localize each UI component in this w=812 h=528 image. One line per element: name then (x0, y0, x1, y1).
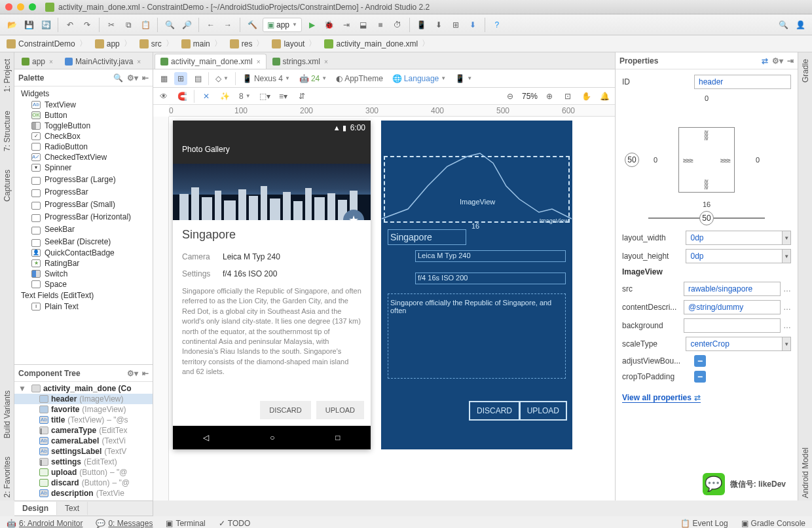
tw-terminal[interactable]: ▣ Terminal (166, 519, 205, 528)
palette-item-progressbar-large[interactable]: ProgressBar (Large) (14, 173, 153, 185)
more-icon[interactable]: … (783, 303, 791, 312)
zoom-out-icon[interactable]: ⊖ (504, 90, 517, 103)
palette-group-widgets[interactable]: Widgets (14, 88, 153, 100)
undo-icon[interactable]: ↶ (64, 18, 77, 31)
palette-hide-icon[interactable]: ⇤ (142, 73, 149, 83)
sync-icon[interactable]: 🔄 (39, 18, 52, 31)
tab-activity-main-done[interactable]: activity_main_done.xml× (155, 54, 267, 69)
rail-build-variants[interactable]: Build Variants (3, 388, 12, 441)
replace-icon[interactable]: 🔎 (180, 18, 193, 31)
cd-bias-h[interactable]: 50 (625, 153, 639, 167)
close-icon[interactable]: × (49, 58, 53, 66)
palette-item-progressbar[interactable]: ProgressBar (14, 185, 153, 198)
search-icon[interactable]: 🔍 (777, 18, 790, 31)
copy-icon[interactable]: ⧉ (122, 18, 135, 31)
tree-row-cameralabel[interactable]: AbcameraLabel (TextVi (14, 436, 153, 446)
tab-text[interactable]: Text (57, 502, 88, 515)
palette-item-togglebutton[interactable]: ToggleButton (14, 121, 153, 131)
tree-row-cameratype[interactable]: IcameraType (EditTex (14, 425, 153, 436)
align-icon[interactable]: ≡▾ (277, 90, 290, 103)
rail-android-model[interactable]: Android Model (801, 445, 810, 500)
magnet-icon[interactable]: 🧲 (175, 90, 189, 103)
rail-structure[interactable]: 7: Structure (3, 108, 12, 154)
close-icon[interactable]: × (137, 58, 141, 66)
clear-constraints-icon[interactable]: ✕ (200, 90, 213, 103)
palette-item-spinner[interactable]: ▾Spinner (14, 162, 153, 173)
back-icon[interactable]: ← (204, 18, 217, 31)
tw-messages[interactable]: 💬 0: Messages (96, 519, 153, 528)
crumb-project[interactable]: ConstraintDemo (4, 37, 92, 51)
prop-st-input[interactable] (686, 337, 783, 351)
prop-src-input[interactable] (684, 282, 781, 296)
palette-item-button[interactable]: OKButton (14, 110, 153, 121)
theme-selector[interactable]: ◐AppTheme (333, 72, 386, 85)
prop-bg-input[interactable] (684, 318, 781, 333)
paste-icon[interactable]: 📋 (139, 18, 152, 31)
make-icon[interactable]: 🔨 (246, 18, 259, 31)
prop-cd-input[interactable] (684, 300, 781, 314)
prop-lh-input[interactable] (686, 249, 783, 263)
tree-row-title[interactable]: Abtitle (TextView) – "@s (14, 415, 153, 425)
palette-item-radiobutton[interactable]: RadioButton (14, 141, 153, 152)
palette-item-space[interactable]: Space (14, 279, 153, 290)
apply-changes-icon[interactable]: ⇥ (340, 18, 353, 31)
default-margin[interactable]: 8▼ (236, 90, 253, 103)
tree-settings-icon[interactable]: ⚙▾ (127, 369, 138, 378)
crumb-file[interactable]: activity_main_done.xml (322, 37, 435, 51)
tree-root[interactable]: ▼activity_main_done (Co (14, 383, 153, 394)
orientation-icon[interactable]: ◇▼ (213, 72, 231, 85)
infer-constraints-icon[interactable]: ✨ (218, 90, 231, 103)
profile-icon[interactable]: ⏱ (391, 18, 404, 31)
guideline-icon[interactable]: ⇵ (295, 90, 308, 103)
palette-item-checkbox[interactable]: ✓CheckBox (14, 131, 153, 141)
rail-favorites[interactable]: 2: Favorites (3, 454, 12, 500)
close-window-icon[interactable] (5, 3, 12, 10)
palette-item-seekbar[interactable]: SeekBar (14, 223, 153, 235)
palette-item-switch[interactable]: Switch (14, 269, 153, 279)
palette-group-textfields[interactable]: Text Fields (EditText) (14, 290, 153, 301)
tree-row-settingslabel[interactable]: AbsettingsLabel (TextV (14, 446, 153, 457)
bp-upload[interactable]: UPLOAD (519, 401, 567, 421)
prop-avb-toggle[interactable]: − (694, 355, 706, 367)
stop-icon[interactable]: ■ (374, 18, 387, 31)
more-icon[interactable]: … (783, 284, 791, 293)
warnings-icon[interactable]: 🔔 (598, 90, 611, 103)
open-icon[interactable]: 📂 (5, 18, 18, 31)
user-icon[interactable]: 👤 (794, 18, 807, 31)
palette-item-progressbar-horizontal[interactable]: ProgressBar (Horizontal) (14, 210, 153, 223)
tree-row-favorite[interactable]: favorite (ImageView) (14, 404, 153, 415)
palette-item-quickcontactbadge[interactable]: 👤QuickContactBadge (14, 248, 153, 258)
crumb-main[interactable]: main (179, 37, 227, 51)
design-canvas[interactable]: 0 100 200 300 400 500 600 ▲ ▮ 6:00 Photo… (153, 105, 615, 500)
crumb-app[interactable]: app (92, 37, 137, 51)
cd-bias-b[interactable]: 50 (699, 211, 714, 225)
palette-search-icon[interactable]: 🔍 (113, 73, 123, 83)
tw-android-monitor[interactable]: 🤖 6: Android Monitor (7, 519, 83, 528)
crumb-src[interactable]: src (137, 37, 179, 51)
run-icon[interactable]: ▶ (306, 18, 319, 31)
variant-selector[interactable]: 📱▼ (452, 72, 475, 85)
palette-item-progressbar-small[interactable]: ProgressBar (Small) (14, 198, 153, 210)
layout-inspector-icon[interactable]: ⊞ (449, 18, 462, 31)
rail-project[interactable]: 1: Project (3, 56, 12, 95)
close-icon[interactable]: × (324, 58, 328, 66)
forward-icon[interactable]: → (221, 18, 234, 31)
find-icon[interactable]: 🔍 (163, 18, 176, 31)
pack-icon[interactable]: ⬚▾ (259, 90, 272, 103)
tree-row-settings[interactable]: Isettings (EditText) (14, 457, 153, 467)
dropdown-icon[interactable]: ▼ (783, 249, 791, 263)
sdk-icon[interactable]: ⬇ (432, 18, 445, 31)
zoom-in-icon[interactable]: ⊕ (543, 90, 556, 103)
prop-lw-input[interactable] (686, 231, 783, 245)
blueprint-icon[interactable]: ▤ (191, 72, 204, 85)
design-surface-icon[interactable]: ⊞ (174, 72, 187, 85)
bp-discard[interactable]: DISCARD (469, 401, 520, 421)
attach-debugger-icon[interactable]: ⬓ (357, 18, 370, 31)
crumb-layout[interactable]: layout (269, 37, 322, 51)
palette-settings-icon[interactable]: ⚙▾ (127, 73, 138, 83)
prop-id-input[interactable] (694, 75, 791, 89)
tab-app[interactable]: app× (16, 54, 59, 69)
tab-mainactivity[interactable]: MainActivity.java× (59, 54, 147, 69)
tree-hide-icon[interactable]: ⇤ (142, 369, 149, 378)
constraint-diagram[interactable]: ≳≳≳ ≳≳≳ ≳≳≳ ≳≳≳ 0 16 0 0 50 50 (622, 94, 791, 225)
